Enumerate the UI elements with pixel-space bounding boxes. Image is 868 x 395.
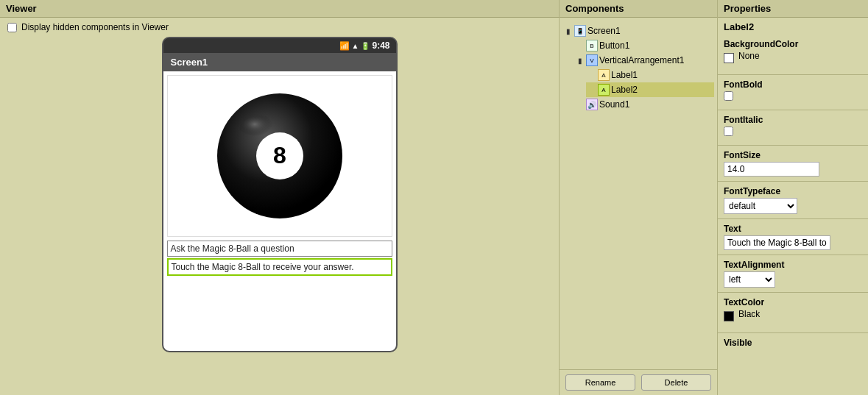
prop-visible-label: Visible xyxy=(724,338,862,348)
fontsize-input[interactable] xyxy=(724,162,819,177)
hidden-components-checkbox[interactable] xyxy=(7,23,17,32)
prop-fontitalic-row xyxy=(724,127,862,136)
tree-item-sound1[interactable]: 🔊 Sound1 xyxy=(574,97,714,112)
vert-arr-icon: V xyxy=(586,54,598,66)
signal-icon: ▲ xyxy=(352,42,359,50)
spacer-button1 xyxy=(576,41,585,50)
fonttypeface-select[interactable]: default serif sans serif monospace xyxy=(724,198,797,214)
tree-item-screen1[interactable]: ▮ 📱 Screen1 xyxy=(562,24,714,38)
components-buttons: Rename Delete xyxy=(560,369,717,395)
phone-label2: Touch the Magic 8-Ball to receive your a… xyxy=(167,258,392,276)
prop-textalign-label: TextAlignment xyxy=(724,260,862,270)
screen1-label: Screen1 xyxy=(588,26,621,36)
spacer-label1 xyxy=(588,71,596,79)
status-icons: 📶 ▲ 🔋 9:48 xyxy=(339,40,390,51)
label1-icon: A xyxy=(598,69,610,81)
hidden-components-label: Display hidden components in Viewer xyxy=(21,22,169,32)
rename-button[interactable]: Rename xyxy=(565,374,635,391)
svg-text:8: 8 xyxy=(273,142,286,168)
prop-textcolor-label: TextColor xyxy=(724,297,862,307)
textcolor-swatch[interactable] xyxy=(724,311,734,321)
viewer-panel: Viewer Display hidden components in View… xyxy=(0,0,560,395)
prop-fontsize-section: FontSize xyxy=(718,147,868,179)
label2-icon: A xyxy=(598,84,610,96)
prop-text-label: Text xyxy=(724,224,862,234)
collapse-vertarr1-icon[interactable]: ▮ xyxy=(576,56,585,65)
tree-item-vertarr1[interactable]: ▮ V VerticalArrangement1 xyxy=(574,53,714,68)
properties-title: Properties xyxy=(718,0,868,18)
wifi-icon: 📶 xyxy=(339,41,350,51)
textcolor-value: Black xyxy=(738,309,760,319)
phone-time: 9:48 xyxy=(372,40,389,51)
prop-fontbold-label: FontBold xyxy=(724,79,862,90)
text-input[interactable] xyxy=(724,235,830,250)
spacer-sound1 xyxy=(576,100,585,109)
sound1-label: Sound1 xyxy=(599,99,629,110)
prop-textcolor-row: Black xyxy=(724,309,862,324)
label1-tree-label: Label1 xyxy=(611,70,638,80)
prop-visible-section: Visible xyxy=(718,335,868,352)
fontitalic-checkbox[interactable] xyxy=(724,127,733,136)
textalignment-select[interactable]: left center right xyxy=(724,271,775,288)
bgcolor-value: None xyxy=(738,51,760,61)
phone-mockup: 📶 ▲ 🔋 9:48 Screen1 xyxy=(162,37,398,352)
prop-bgcolor-label: BackgroundColor xyxy=(724,39,862,49)
viewer-content: 📶 ▲ 🔋 9:48 Screen1 xyxy=(0,37,559,352)
prop-fontbold-section: FontBold xyxy=(718,76,868,108)
sound1-icon: 🔊 xyxy=(586,99,598,110)
components-panel: Components ▮ 📱 Screen1 B Button1 ▮ V Ver… xyxy=(560,0,718,395)
tree-item-label2[interactable]: A Label2 xyxy=(586,82,714,97)
phone-label1: Ask the Magic 8-Ball a question xyxy=(167,241,392,257)
prop-textcolor-section: TextColor Black xyxy=(718,294,868,331)
collapse-screen1-icon[interactable]: ▮ xyxy=(564,26,573,35)
properties-panel: Properties Label2 BackgroundColor None F… xyxy=(718,0,868,395)
components-tree: ▮ 📱 Screen1 B Button1 ▮ V VerticalArrang… xyxy=(560,18,717,369)
tree-item-label1[interactable]: A Label1 xyxy=(586,68,714,82)
phone-text-area: Ask the Magic 8-Ball a question Touch th… xyxy=(163,241,396,280)
button1-label: Button1 xyxy=(599,40,629,51)
tree-item-button1[interactable]: B Button1 xyxy=(574,38,714,53)
prop-fonttypeface-label: FontTypeface xyxy=(724,186,862,196)
screen-icon: 📱 xyxy=(574,25,586,37)
delete-button[interactable]: Delete xyxy=(641,374,711,391)
phone-status-bar: 📶 ▲ 🔋 9:48 xyxy=(163,38,396,53)
viewer-title: Viewer xyxy=(0,0,559,18)
prop-text-section: Text xyxy=(718,221,868,253)
prop-fontbold-row xyxy=(724,91,862,101)
button-icon: B xyxy=(586,40,598,51)
prop-fontitalic-label: FontItalic xyxy=(724,115,862,125)
battery-icon: 🔋 xyxy=(361,42,370,50)
spacer-label2 xyxy=(588,85,596,94)
components-title: Components xyxy=(560,0,717,18)
phone-title-bar: Screen1 xyxy=(163,53,396,71)
fontbold-checkbox[interactable] xyxy=(724,91,733,101)
vertarr1-label: VerticalArrangement1 xyxy=(599,55,684,65)
prop-bgcolor-row: None xyxy=(724,51,862,65)
prop-component-name: Label2 xyxy=(718,18,868,36)
label2-tree-label: Label2 xyxy=(611,85,638,95)
viewer-options: Display hidden components in Viewer xyxy=(0,18,559,37)
phone-image-area: 8 xyxy=(167,75,392,237)
prop-bgcolor-section: BackgroundColor None xyxy=(718,36,868,73)
prop-textalign-section: TextAlignment left center right xyxy=(718,257,868,291)
bgcolor-swatch[interactable] xyxy=(724,53,734,63)
phone-screen: 8 Ask the Magic 8-Ball a question Touch … xyxy=(163,71,396,351)
prop-fontitalic-section: FontItalic xyxy=(718,112,868,143)
prop-fontsize-label: FontSize xyxy=(724,150,862,160)
8ball-svg: 8 xyxy=(214,90,346,222)
prop-fonttypeface-section: FontTypeface default serif sans serif mo… xyxy=(718,183,868,217)
phone-screen-title: Screen1 xyxy=(171,57,208,68)
